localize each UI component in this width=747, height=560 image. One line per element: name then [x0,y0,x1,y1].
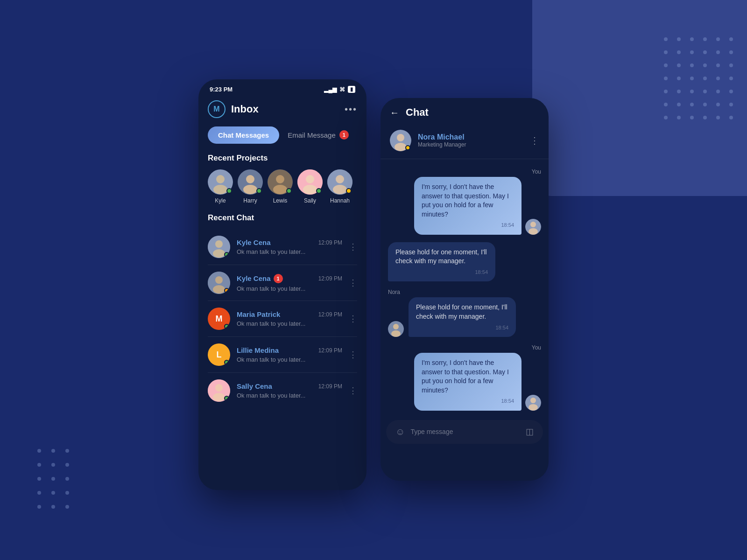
msg-bubble-row-2: Please hold for one moment, I'll check w… [388,297,541,337]
hannah-status [346,188,352,194]
svg-point-28 [530,222,536,227]
recent-project-sally[interactable]: Sally [297,169,323,204]
svg-point-22 [215,384,223,392]
status-icons: ▂▄▆ ⌘ ▮ [324,86,355,93]
chat-input-area[interactable]: ☺ Type message ◫ [386,420,543,444]
messages-area: You I'm sorry, I don't have the answer t… [381,159,549,420]
chat-menu-1[interactable]: ⋮ [349,278,357,288]
chat-time-2: 12:09 PM [318,311,342,318]
msg-text-2: Please hold for one moment, I'll check w… [416,303,508,321]
chat-preview-4: Ok man talk to you later... [237,392,342,399]
chat-phone: ← Chat Nora Michael Marketing Manager ⋮ [381,98,549,481]
chat-avatar-initial-2: M [216,314,223,324]
chat-avatar-4 [208,379,230,402]
logo-circle: M [208,100,226,118]
tab-email-message[interactable]: Email Message 1 [279,126,357,144]
svg-point-23 [213,393,225,401]
chat-avatar-1 [208,272,230,294]
chat-item-2[interactable]: M Maria Patrick 12:09 PM Ok man talk to … [198,301,366,336]
kyle-status [226,188,232,194]
contact-more-button[interactable]: ⋮ [530,135,539,146]
svg-point-1 [216,175,225,183]
svg-point-4 [246,175,254,183]
kyle-label: Kyle [215,197,226,204]
email-badge: 1 [339,130,349,140]
msg-bubble-3: I'm sorry, I don't have the answer to th… [414,353,521,411]
chat-preview-2: Ok man talk to you later... [237,320,342,327]
chat-avatar-2: M [208,308,230,330]
inbox-header: M Inbox ••• [198,97,366,126]
message-0: You I'm sorry, I don't have the answer t… [388,168,541,235]
chat-item-4[interactable]: Sally Cena 12:09 PM Ok man talk to you l… [198,373,366,408]
back-button[interactable]: ← [390,107,399,118]
msg-time-2: 18:54 [416,324,508,331]
message-1: Please hold for one moment, I'll check w… [388,242,541,282]
chat-status-0 [224,252,229,257]
sally-label: Sally [304,197,316,204]
chat-name-1: Kyle Cena 1 [237,274,283,283]
chat-time-3: 12:09 PM [318,347,342,354]
svg-point-35 [529,404,538,411]
contact-role: Marketing Manager [418,141,523,148]
kyle-avatar-wrap [208,169,233,195]
message-input[interactable]: Type message [410,428,520,435]
recent-projects-row: Kyle Harry [198,169,366,213]
hannah-avatar-wrap [327,169,352,195]
msg-sender-2: Nora [388,289,541,295]
chat-name-4: Sally Cena [237,382,272,390]
chat-name-3: Lillie Medina [237,346,279,354]
svg-point-14 [333,185,347,194]
msg-time-0: 18:54 [422,222,514,229]
status-time: 9:23 PM [210,86,233,93]
message-3: You I'm sorry, I don't have the answer t… [388,344,541,411]
chat-name-row-4: Sally Cena 12:09 PM [237,382,342,390]
wifi-icon: ⌘ [339,86,345,93]
chat-avatar-0 [208,236,230,258]
recent-project-kyle[interactable]: Kyle [208,169,233,204]
msg-text-1: Please hold for one moment, I'll check w… [395,248,488,266]
inbox-phone: 9:23 PM ▂▄▆ ⌘ ▮ M Inbox ••• Chat Message… [198,79,366,490]
chat-item-3[interactable]: L Lillie Medina 12:09 PM Ok man talk to … [198,337,366,372]
chat-item-0[interactable]: Kyle Cena 12:09 PM Ok man talk to you la… [198,229,366,265]
chat-status-1 [224,288,229,293]
tab-chat-messages[interactable]: Chat Messages [208,126,279,144]
emoji-button[interactable]: ☺ [395,427,405,437]
recent-project-harry[interactable]: Harry [238,169,263,204]
chat-content-1: Kyle Cena 1 12:09 PM Ok man talk to you … [237,274,342,292]
chat-content-3: Lillie Medina 12:09 PM Ok man talk to yo… [237,346,342,363]
msg-avatar-3 [525,395,541,411]
recent-project-lewis[interactable]: Lewis [268,169,293,204]
chat-menu-3[interactable]: ⋮ [349,350,357,360]
sally-status [316,188,322,194]
signal-icon: ▂▄▆ [324,86,337,93]
chat-content-2: Maria Patrick 12:09 PM Ok man talk to yo… [237,310,342,327]
contact-online-indicator [405,145,410,150]
harry-avatar-wrap [238,169,263,195]
attach-button[interactable]: ◫ [526,427,534,437]
chat-contact-row: Nora Michael Marketing Manager ⋮ [381,126,549,159]
chat-item-1[interactable]: Kyle Cena 1 12:09 PM Ok man talk to you … [198,265,366,301]
chat-status-4 [224,396,229,401]
recent-chat-title: Recent Chat [198,213,366,229]
svg-point-10 [306,175,314,183]
msg-time-3: 18:54 [422,398,514,405]
chat-menu-4[interactable]: ⋮ [349,385,357,396]
recent-projects-title: Recent Projects [198,154,366,169]
contact-avatar-wrap [390,130,411,151]
svg-point-19 [215,276,223,284]
chat-content-4: Sally Cena 12:09 PM Ok man talk to you l… [237,382,342,399]
chat-menu-0[interactable]: ⋮ [349,242,357,252]
msg-bubble-row-1: Please hold for one moment, I'll check w… [388,242,541,282]
chat-status-3 [224,360,229,365]
svg-point-8 [273,185,287,194]
chat-name-row-2: Maria Patrick 12:09 PM [237,310,342,318]
svg-point-5 [243,185,257,194]
svg-point-31 [393,324,399,329]
chat-menu-2[interactable]: ⋮ [349,314,357,324]
recent-project-hannah[interactable]: Hannah [327,169,352,204]
sally-avatar-wrap [297,169,323,195]
msg-text-0: I'm sorry, I don't have the answer to th… [422,182,514,219]
inbox-more-button[interactable]: ••• [345,104,357,115]
lewis-avatar-wrap [268,169,293,195]
svg-point-7 [276,175,284,183]
